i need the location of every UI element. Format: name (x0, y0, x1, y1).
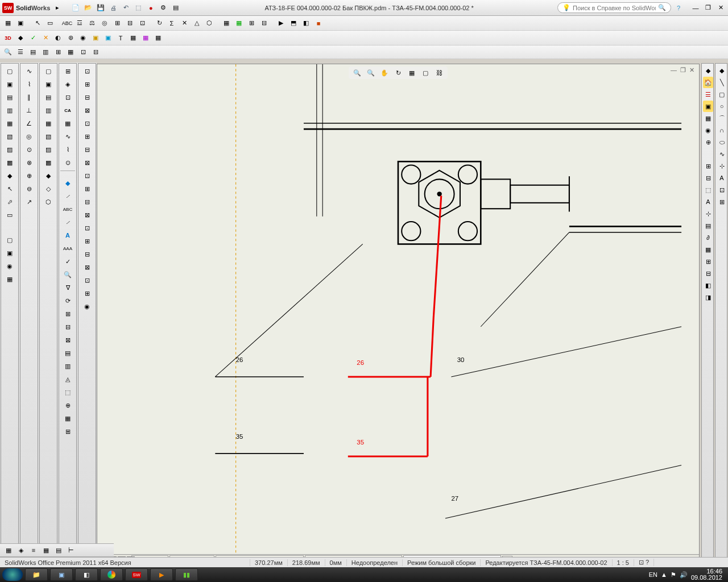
rc1-btn[interactable]: ☰ (703, 89, 713, 100)
task-media[interactable]: ▶ (150, 568, 173, 581)
doc-restore-button[interactable]: ❐ (680, 66, 686, 74)
tc1-btn[interactable]: ▧ (2, 130, 17, 143)
tc4-btn[interactable]: ◈ (60, 78, 75, 90)
tc4-btn[interactable]: ▦ (60, 412, 75, 425)
tc5-btn[interactable]: ⊞ (80, 287, 94, 300)
tc5-btn[interactable]: ⊡ (80, 65, 94, 77)
tc2-btn[interactable]: ⊖ (22, 182, 36, 195)
tb3-btn[interactable]: ☰ (15, 47, 26, 58)
cursor-button[interactable]: ↖ (32, 18, 43, 29)
tc3-btn[interactable]: ▣ (41, 78, 56, 90)
tc5-btn[interactable]: ⊡ (80, 274, 94, 286)
tb2-btn[interactable]: ▦ (140, 32, 151, 44)
tc3-btn[interactable]: ◇ (41, 182, 56, 195)
text-button[interactable]: A (60, 229, 75, 242)
tray-icon[interactable]: ▲ (661, 571, 667, 578)
tc3-btn[interactable]: ▩ (41, 156, 56, 169)
tc5-btn[interactable]: ⊡ (80, 117, 94, 130)
tc4-btn[interactable]: ◬ (60, 373, 75, 385)
tb2-btn[interactable]: ▦ (127, 32, 139, 44)
options-button[interactable] (158, 3, 168, 13)
tc4-btn[interactable]: ⌇ (60, 143, 75, 156)
bt-btn[interactable]: ◈ (16, 545, 26, 555)
tc1-btn[interactable]: ▨ (2, 143, 17, 156)
tc3-btn[interactable]: ▧ (41, 130, 56, 143)
tc1-btn[interactable]: ↖ (2, 182, 17, 195)
tc1-btn[interactable]: ▣ (2, 78, 17, 90)
tb1-btn[interactable]: ⊟ (124, 18, 135, 29)
tb1-btn[interactable]: ▭ (44, 18, 56, 29)
tc1-btn[interactable]: ◆ (2, 169, 17, 182)
tray-volume-icon[interactable]: 🔊 (680, 571, 688, 579)
rc2-btn[interactable]: ⬭ (717, 136, 727, 148)
tc4-btn[interactable]: ⟋ (60, 216, 75, 228)
rc2-btn[interactable]: ○ (717, 101, 727, 112)
tc4-btn[interactable]: ⊟ (60, 321, 75, 333)
tc4-btn[interactable]: ⊕ (60, 399, 75, 411)
rc1-btn[interactable]: ◧ (703, 280, 713, 291)
rc1-btn[interactable]: ⊟ (703, 172, 713, 184)
tc5-btn[interactable]: ⊞ (80, 182, 94, 195)
rc1-btn[interactable]: ⊕ (703, 136, 713, 148)
tc3-btn[interactable]: ▢ (41, 65, 56, 77)
tb2-btn[interactable]: T (115, 32, 126, 44)
tb2-btn[interactable]: ✓ (27, 32, 39, 44)
tc5-btn[interactable]: ⊞ (80, 78, 94, 90)
doc-minimize-button[interactable]: — (671, 66, 677, 74)
bt-btn[interactable]: ▦ (3, 545, 14, 555)
tc4-btn[interactable]: AAA (60, 242, 75, 255)
tb1-btn[interactable]: ▦ (2, 18, 14, 29)
tc4-btn[interactable]: ⊡ (60, 91, 75, 103)
tc4-btn[interactable]: ⟋ (60, 190, 75, 202)
tc5-btn[interactable]: ⊠ (80, 104, 94, 117)
close-button[interactable]: ✕ (715, 3, 726, 13)
tc4-btn[interactable]: ⟳ (60, 294, 75, 307)
bt-btn[interactable]: ▦ (41, 545, 51, 555)
tb1-btn[interactable]: ⊞ (111, 18, 123, 29)
rc1-btn[interactable]: ⊞ (703, 256, 713, 267)
rc2-btn[interactable]: ∩ (717, 124, 727, 136)
select-button[interactable] (133, 3, 143, 13)
vt-btn[interactable]: ⛓ (434, 68, 444, 78)
bt-btn[interactable]: ⊢ (66, 545, 76, 555)
tc4-btn[interactable]: ▤ (60, 347, 75, 359)
rc2-btn[interactable]: ⊹ (717, 160, 727, 172)
bt-btn[interactable]: ▤ (53, 545, 64, 555)
tb1-btn[interactable]: ▦ (221, 18, 232, 29)
zoom-fit-button[interactable]: 🔍 (352, 68, 362, 78)
help-search-input[interactable] (573, 5, 656, 11)
tb1-btn[interactable]: ⬡ (204, 18, 215, 29)
tc1-btn[interactable]: ▢ (2, 65, 17, 77)
tray-clock[interactable]: 16:46 09.08.2012 (691, 568, 722, 581)
zoom-area-button[interactable]: 🔍 (366, 68, 376, 78)
rc1-btn[interactable]: ◆ (703, 65, 713, 76)
restore-button[interactable]: ❐ (703, 3, 713, 13)
rc1-btn[interactable]: 🏠 (703, 77, 713, 88)
rc1-btn[interactable]: ∂ (703, 232, 713, 243)
rc2-btn[interactable]: ▢ (717, 89, 727, 100)
tc2-btn[interactable]: ◎ (22, 130, 36, 143)
minimize-button[interactable]: — (690, 3, 701, 13)
tc3-btn[interactable]: ▤ (41, 91, 56, 103)
tb2-btn[interactable]: ✕ (40, 32, 51, 44)
tc4-btn[interactable]: CA (60, 104, 75, 117)
tb2-btn[interactable]: ▣ (90, 32, 101, 44)
tc4-btn[interactable]: ⊞ (60, 307, 75, 320)
tc1-btn[interactable]: ▢ (2, 234, 17, 246)
print-button[interactable] (108, 3, 118, 13)
tc5-btn[interactable]: ⊟ (80, 248, 94, 260)
tb2-btn[interactable]: ◆ (15, 32, 26, 44)
rotate-button[interactable]: ↻ (393, 68, 403, 78)
note-button[interactable]: ABC (60, 203, 75, 215)
rc1-btn[interactable]: ▦ (703, 113, 713, 124)
rc2-btn[interactable]: A (717, 172, 727, 184)
tb1-btn[interactable]: ✕ (179, 18, 190, 29)
tb3-btn[interactable]: ▥ (40, 47, 51, 58)
tc3-btn[interactable]: ▦ (41, 117, 56, 130)
tc1-btn[interactable]: ▦ (2, 117, 17, 130)
tc4-btn[interactable]: ⬚ (60, 386, 75, 398)
tb1-btn[interactable]: ⬒ (288, 18, 299, 29)
toolbox-button[interactable]: ▤ (171, 3, 181, 13)
tc1-btn[interactable]: ▥ (2, 104, 17, 117)
menu-dropdown-icon[interactable]: ▸ (52, 3, 63, 13)
